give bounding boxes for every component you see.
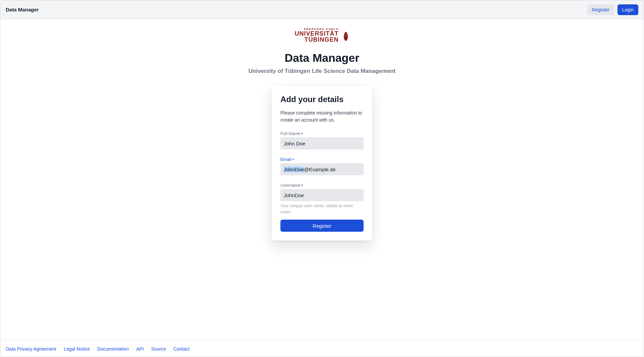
registration-card: Add your details Please complete missing…: [272, 86, 372, 240]
university-text: EBERHARD KARLS UNIVERSITÄT TÜBINGEN: [294, 28, 338, 43]
svg-point-0: [345, 34, 346, 36]
full-name-label: Full Name•: [280, 131, 364, 136]
footer: Data Privacy Agreement Legal Notice Docu…: [0, 341, 644, 357]
username-label-text: Username: [280, 183, 301, 188]
footer-link-legal[interactable]: Legal Notice: [64, 346, 90, 352]
page-subtitle: University of Tübingen Life Science Data…: [249, 68, 395, 75]
full-name-label-text: Full Name: [280, 131, 300, 136]
uni-line2: UNIVERSITÄT: [294, 31, 338, 37]
header-actions: Register Login: [587, 4, 638, 15]
required-indicator: •: [301, 131, 303, 136]
uni-line3: TÜBINGEN: [294, 37, 338, 43]
username-helper: Your unique user name, visible to other …: [280, 203, 364, 215]
email-label-text: Email: [280, 157, 291, 162]
username-field-wrapper: Username• Your unique user name, visible…: [280, 183, 364, 215]
footer-link-documentation[interactable]: Documentation: [97, 346, 129, 352]
top-header: Data Manager Register Login: [0, 0, 644, 19]
register-submit-button[interactable]: Register: [280, 220, 364, 232]
email-selected-text: JohnDoe: [284, 167, 304, 172]
card-description: Please complete missing information to c…: [280, 109, 364, 124]
university-logo: EBERHARD KARLS UNIVERSITÄT TÜBINGEN: [294, 28, 349, 43]
footer-link-api[interactable]: API: [136, 346, 144, 352]
full-name-input[interactable]: [280, 137, 364, 149]
footer-link-contact[interactable]: Contact: [173, 346, 190, 352]
required-indicator: •: [302, 183, 303, 188]
email-rest-text: @Example.de: [304, 167, 335, 172]
card-title: Add your details: [280, 95, 364, 104]
email-label: Email•: [280, 157, 364, 162]
email-input[interactable]: JohnDoe@Example.de: [280, 163, 364, 175]
username-input[interactable]: [280, 189, 364, 201]
login-header-button[interactable]: Login: [618, 4, 638, 15]
page-title: Data Manager: [285, 51, 360, 64]
required-indicator: •: [292, 157, 294, 162]
username-label: Username•: [280, 183, 364, 188]
register-header-button[interactable]: Register: [587, 4, 614, 15]
footer-link-privacy[interactable]: Data Privacy Agreement: [6, 346, 56, 352]
footer-link-source[interactable]: Source: [151, 346, 166, 352]
email-field-wrapper: Email• JohnDoe@Example.de: [280, 157, 364, 175]
main-content: EBERHARD KARLS UNIVERSITÄT TÜBINGEN Data…: [0, 19, 644, 341]
crest-icon: [342, 31, 350, 43]
full-name-field-wrapper: Full Name•: [280, 131, 364, 149]
app-name: Data Manager: [6, 7, 39, 12]
